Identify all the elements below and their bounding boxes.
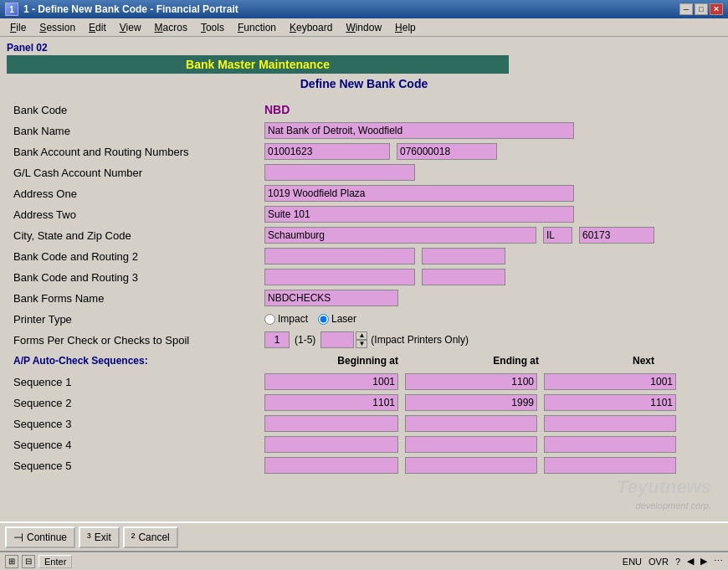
printer-laser-radio[interactable] bbox=[318, 314, 329, 325]
seq4-begin-input[interactable] bbox=[264, 436, 398, 453]
forms-spinner[interactable]: ▲ ▼ bbox=[356, 331, 367, 348]
continue-label: Continue bbox=[27, 531, 67, 543]
seq2-end-input[interactable] bbox=[405, 394, 537, 411]
enter-button[interactable]: Enter bbox=[38, 555, 72, 568]
close-button[interactable]: ✕ bbox=[710, 3, 723, 15]
seq1-begin-input[interactable] bbox=[264, 373, 398, 390]
forms-value-input[interactable] bbox=[264, 331, 290, 348]
bank-routing-2-input[interactable] bbox=[264, 248, 415, 264]
ap-auto-header-row: A/P Auto-Check Sequences: Beginning at E… bbox=[13, 352, 715, 370]
bank-routing-3-label: Bank Code and Routing 3 bbox=[13, 271, 264, 284]
seq3-begin-input[interactable] bbox=[264, 415, 398, 432]
exit-label: Exit bbox=[95, 531, 111, 543]
menu-view[interactable]: View bbox=[113, 20, 148, 35]
bank-routing-input[interactable] bbox=[397, 143, 497, 160]
bank-forms-name-row: Bank Forms Name bbox=[13, 289, 715, 307]
app-icon: 1 bbox=[5, 3, 18, 16]
bank-routing-3-row: Bank Code and Routing 3 bbox=[13, 268, 715, 286]
maximize-button[interactable]: □ bbox=[695, 3, 708, 15]
seq4-next-input[interactable] bbox=[544, 436, 676, 453]
bank-routing-3-code[interactable] bbox=[422, 269, 505, 285]
menu-edit[interactable]: Edit bbox=[82, 20, 113, 35]
bank-forms-name-label: Bank Forms Name bbox=[13, 292, 264, 305]
menu-bar: File Session Edit View Macros Tools Func… bbox=[0, 18, 728, 37]
nav-forward[interactable]: ▶ bbox=[700, 556, 707, 567]
menu-file[interactable]: File bbox=[3, 20, 33, 35]
state-input[interactable] bbox=[543, 227, 572, 244]
bank-name-label: Bank Name bbox=[13, 125, 264, 137]
zip-input[interactable] bbox=[579, 227, 654, 244]
status-icons: ⊞ ⊟ Enter bbox=[5, 555, 72, 568]
seq5-label: Sequence 5 bbox=[13, 460, 264, 472]
nav-back[interactable]: ◀ bbox=[687, 556, 694, 567]
seq5-begin-input[interactable] bbox=[264, 457, 398, 474]
city-input[interactable] bbox=[264, 227, 536, 244]
forms-range: (1-5) bbox=[295, 334, 315, 346]
address-one-input[interactable] bbox=[264, 185, 574, 202]
printer-impact-label: Impact bbox=[278, 313, 308, 325]
spinner-down[interactable]: ▼ bbox=[356, 340, 367, 348]
seq3-label: Sequence 3 bbox=[13, 418, 264, 430]
printer-type-row: Printer Type Impact Laser bbox=[13, 310, 715, 328]
title-bar: 1 1 - Define New Bank Code - Financial P… bbox=[0, 0, 728, 18]
dots-icon: ⋯ bbox=[714, 556, 723, 567]
status-icon-1[interactable]: ⊞ bbox=[5, 555, 18, 568]
seq4-end-input[interactable] bbox=[405, 436, 537, 453]
forms-impact-input[interactable] bbox=[320, 331, 354, 348]
seq5-next-input[interactable] bbox=[544, 457, 676, 474]
bank-forms-name-input[interactable] bbox=[264, 290, 398, 306]
seq1-next-input[interactable] bbox=[544, 373, 676, 390]
seq5-end-input[interactable] bbox=[405, 457, 537, 474]
seq2-next-input[interactable] bbox=[544, 394, 676, 411]
menu-macros[interactable]: Macros bbox=[148, 20, 194, 35]
spinner-up[interactable]: ▲ bbox=[356, 331, 367, 340]
ending-at-header: Ending at bbox=[405, 355, 539, 367]
beginning-at-header: Beginning at bbox=[264, 355, 398, 367]
printer-laser-label: Laser bbox=[331, 313, 356, 325]
seq2-begin-input[interactable] bbox=[264, 394, 398, 411]
menu-tools[interactable]: Tools bbox=[194, 20, 231, 35]
seq3-end-input[interactable] bbox=[405, 415, 537, 432]
printer-impact-option[interactable]: Impact bbox=[264, 313, 308, 325]
address-two-row: Address Two bbox=[13, 205, 715, 223]
menu-help[interactable]: Help bbox=[388, 20, 423, 35]
address-one-label: Address One bbox=[13, 187, 264, 200]
status-icon-2[interactable]: ⊟ bbox=[22, 555, 35, 568]
exit-button[interactable]: ³ Exit bbox=[79, 526, 120, 548]
seq1-end-input[interactable] bbox=[405, 373, 537, 390]
bank-routing-2-code[interactable] bbox=[422, 248, 505, 264]
seq4-label: Sequence 4 bbox=[13, 439, 264, 451]
bottom-toolbar: ⊣ Continue ³ Exit ² Cancel bbox=[0, 521, 728, 552]
city-state-zip-row: City, State and Zip Code bbox=[13, 226, 715, 244]
printer-type-label: Printer Type bbox=[13, 313, 264, 326]
cancel-button[interactable]: ² Cancel bbox=[123, 526, 178, 548]
bank-name-input[interactable] bbox=[264, 122, 574, 139]
bank-routing-3-input[interactable] bbox=[264, 269, 415, 285]
bank-routing-2-row: Bank Code and Routing 2 bbox=[13, 247, 715, 265]
address-two-label: Address Two bbox=[13, 208, 264, 221]
gl-label: G/L Cash Account Number bbox=[13, 167, 264, 179]
menu-window[interactable]: Window bbox=[339, 20, 388, 35]
panel-header: Panel 02 Bank Master Maintenance Define … bbox=[7, 42, 721, 92]
menu-function[interactable]: Function bbox=[231, 20, 283, 35]
bank-account-row: Bank Account and Routing Numbers bbox=[13, 142, 715, 161]
seq3-next-input[interactable] bbox=[544, 415, 676, 432]
minimize-button[interactable]: ─ bbox=[679, 3, 693, 15]
bank-account-input[interactable] bbox=[264, 143, 390, 160]
define-title: Define New Bank Code bbox=[7, 75, 721, 92]
gl-input[interactable] bbox=[264, 164, 415, 181]
menu-keyboard[interactable]: Keyboard bbox=[283, 20, 339, 35]
cancel-icon: ² bbox=[131, 531, 136, 544]
bank-code-label: Bank Code bbox=[13, 104, 264, 116]
seq1-label: Sequence 1 bbox=[13, 376, 264, 388]
status-right: ENU OVR ? ◀ ▶ ⋯ bbox=[623, 556, 723, 567]
status-bar: ⊞ ⊟ Enter ENU OVR ? ◀ ▶ ⋯ bbox=[0, 552, 728, 570]
address-two-input[interactable] bbox=[264, 206, 574, 223]
window-controls: ─ □ ✕ bbox=[679, 3, 723, 15]
forms-per-check-row: Forms Per Check or Checks to Spoil (1-5)… bbox=[13, 331, 715, 349]
menu-session[interactable]: Session bbox=[33, 20, 82, 35]
printer-laser-option[interactable]: Laser bbox=[318, 313, 356, 325]
continue-button[interactable]: ⊣ Continue bbox=[5, 526, 75, 548]
printer-impact-radio[interactable] bbox=[264, 314, 275, 325]
main-area: Panel 02 Bank Master Maintenance Define … bbox=[0, 37, 728, 485]
